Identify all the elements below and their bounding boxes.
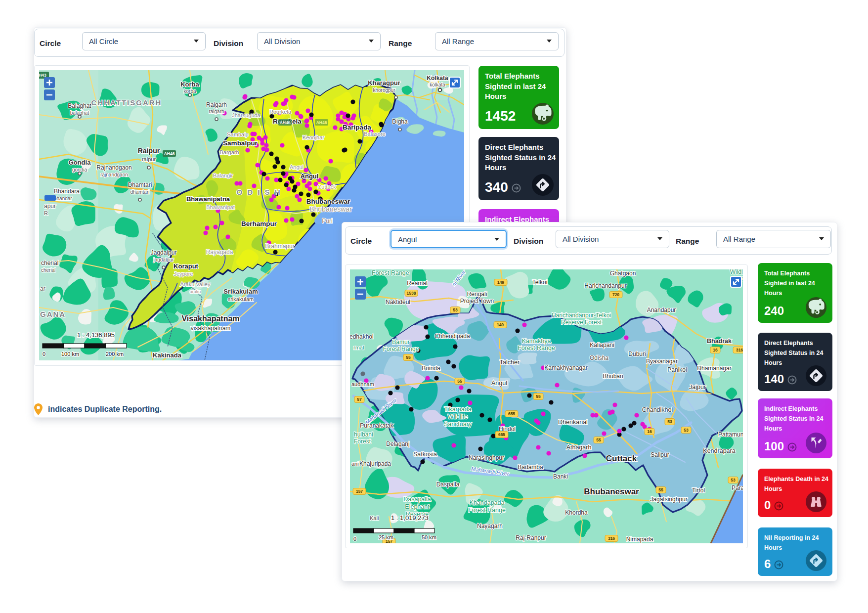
svg-text:Angul: Angul <box>290 164 304 170</box>
svg-text:Puri: Puri <box>322 218 332 224</box>
svg-text:Wildli: Wildli <box>730 269 743 275</box>
svg-text:Narasinghpur: Narasinghpur <box>469 454 504 461</box>
svg-text:1 : 4,136,895: 1 : 4,136,895 <box>77 331 115 339</box>
svg-text:Jagdalpur: Jagdalpur <box>151 249 177 256</box>
svg-text:Angul: Angul <box>491 380 507 387</box>
svg-text:Forest Range: Forest Range <box>383 346 419 352</box>
svg-text:149: 149 <box>497 322 504 327</box>
svg-text:dhamtari: dhamtari <box>130 189 150 195</box>
svg-text:Bhuban: Bhuban <box>603 373 623 380</box>
svg-text:AH46: AH46 <box>280 120 291 125</box>
svg-text:Raipur: Raipur <box>138 147 160 155</box>
svg-text:Keonjhar: Keonjhar <box>303 134 324 140</box>
svg-text:Jagatsinghpur: Jagatsinghpur <box>650 496 687 503</box>
svg-text:Tikarpada: Tikarpada <box>444 406 471 413</box>
svg-text:Bamur: Bamur <box>392 339 409 346</box>
svg-text:jagdalpur: jagdalpur <box>153 257 174 263</box>
svg-text:rmal: rmal <box>353 345 364 350</box>
svg-text:Parad: Parad <box>732 484 743 491</box>
svg-text:Odisha: Odisha <box>590 354 608 361</box>
svg-text:AH46: AH46 <box>316 120 327 125</box>
svg-text:55: 55 <box>596 438 601 442</box>
svg-text:100 km: 100 km <box>61 351 79 357</box>
svg-text:CHHATTISGARH: CHHATTISGARH <box>91 98 162 107</box>
svg-text:Balasore: Balasore <box>364 131 385 137</box>
svg-text:araku: araku <box>190 289 201 294</box>
svg-text:Bhubaneswar: Bhubaneswar <box>309 205 352 213</box>
svg-text:Byasanagar: Byasanagar <box>646 358 678 365</box>
svg-text:25 km: 25 km <box>379 534 393 540</box>
svg-text:53: 53 <box>684 428 689 433</box>
svg-text:Raj-Ranpur: Raj-Ranpur <box>516 534 546 541</box>
svg-text:Jeypore: Jeypore <box>174 271 193 277</box>
svg-text:55: 55 <box>658 487 663 492</box>
svg-text:Jajpur: Jajpur <box>689 384 706 391</box>
svg-text:Redhakhol: Redhakhol <box>350 333 374 340</box>
svg-text:Sambalp: Sambalp <box>227 131 248 137</box>
svg-text:Dhamanagar: Dhamanagar <box>697 365 731 372</box>
svg-text:1538: 1538 <box>407 291 416 296</box>
svg-text:200 km: 200 km <box>106 351 124 357</box>
svg-text:H43: H43 <box>39 73 46 78</box>
svg-text:Baripada: Baripada <box>343 124 371 131</box>
svg-text:Dasapalla: Dasapalla <box>403 496 431 503</box>
svg-text:16: 16 <box>647 429 652 434</box>
svg-text:srikakulam: srikakulam <box>228 296 254 302</box>
svg-text:Banki: Banki <box>553 473 568 480</box>
svg-text:Nayagarh: Nayagarh <box>477 523 503 529</box>
svg-text:16: 16 <box>713 348 718 352</box>
svg-text:Visakhapatnam: Visakhapatnam <box>181 314 239 323</box>
svg-text:O D I S H: O D I S H <box>236 188 281 196</box>
svg-text:720: 720 <box>612 292 619 297</box>
svg-text:Ghatgaon: Ghatgaon <box>610 270 636 277</box>
svg-text:55: 55 <box>457 379 462 384</box>
svg-text:0: 0 <box>43 351 45 357</box>
svg-text:rajnandgaon: rajnandgaon <box>100 172 128 177</box>
svg-text:Rajnandgaon: Rajnandgaon <box>96 164 131 171</box>
svg-text:655: 655 <box>498 432 505 437</box>
svg-text:Wildlife: Wildlife <box>448 413 468 420</box>
svg-text:Rourkela: Rourkela <box>269 109 292 115</box>
svg-text:Bhawanipatna: Bhawanipatna <box>186 195 230 203</box>
svg-text:Daspalla: Daspalla <box>436 481 460 488</box>
svg-text:Rengali: Rengali <box>467 291 487 298</box>
svg-text:Kamakhya: Kamakhya <box>521 338 551 345</box>
svg-text:Forest: Forest <box>354 438 371 445</box>
svg-text:Sanctuary: Sanctuary <box>444 421 472 428</box>
svg-text:Balangir: Balangir <box>213 173 233 178</box>
svg-text:Gondia: Gondia <box>69 159 91 166</box>
svg-text:Cuttack: Cuttack <box>606 454 637 463</box>
svg-text:audhnam: audhnam <box>351 381 374 387</box>
svg-text:AH46: AH46 <box>164 151 175 156</box>
svg-text:hulbani: hulbani <box>354 431 373 438</box>
svg-text:Bhubaneswar: Bhubaneswar <box>306 198 350 205</box>
svg-text:Khandapada: Khandapada <box>470 499 505 506</box>
svg-text:Harichandanpur-Telkoi: Harichandanpur-Telkoi <box>552 312 611 319</box>
svg-text:cherial: cherial <box>41 260 58 266</box>
svg-text:Reamal: Reamal <box>407 280 427 287</box>
svg-text:Salipur: Salipur <box>651 451 669 458</box>
svg-text:Athagarh: Athagarh <box>566 444 592 451</box>
svg-text:Forest Range: Forest Range <box>468 507 506 514</box>
svg-text:apur: apur <box>44 203 56 210</box>
svg-text:Forest Range: Forest Range <box>518 345 555 351</box>
svg-text:Kendrapara: Kendrapara <box>703 447 735 454</box>
svg-text:Pattamund: Pattamund <box>718 431 743 438</box>
svg-text:raipur: raipur <box>142 156 156 162</box>
svg-text:Bhandara: Bhandara <box>54 188 80 195</box>
svg-text:149: 149 <box>497 280 504 285</box>
svg-text:Balaghat: Balaghat <box>68 102 91 109</box>
svg-text:Satkosia: Satkosia <box>413 451 437 458</box>
svg-text:Rayagada: Rayagada <box>206 249 233 256</box>
svg-text:Project Town: Project Town <box>460 298 494 305</box>
svg-text:55: 55 <box>406 355 411 360</box>
svg-text:53: 53 <box>453 307 458 312</box>
svg-text:Angul: Angul <box>301 173 319 180</box>
svg-text:Elephant: Elephant <box>405 503 430 510</box>
svg-text:Sambalpur: Sambalpur <box>223 139 258 147</box>
svg-text:Araku Valley: Araku Valley <box>180 281 211 287</box>
svg-text:kolkata: kolkata <box>430 82 445 88</box>
svg-text:Khajuripada: Khajuripada <box>359 460 391 467</box>
svg-text:Puranakatak: Puranakatak <box>360 422 393 429</box>
svg-text:Korba: Korba <box>180 81 199 88</box>
